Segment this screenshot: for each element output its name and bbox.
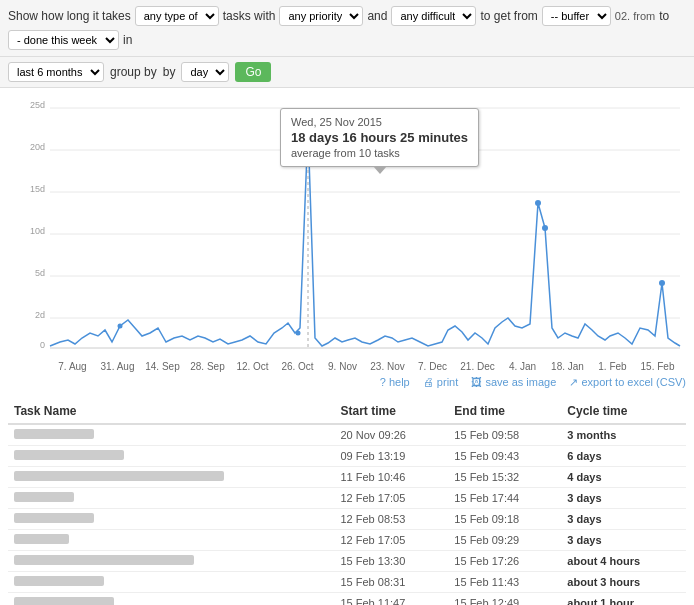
x-label-2: 14. Sep (140, 361, 185, 372)
chart-tooltip: Wed, 25 Nov 2015 18 days 16 hours 25 min… (280, 108, 479, 167)
end-time-cell: 15 Feb 17:44 (448, 488, 561, 509)
end-time-cell: 15 Feb 17:26 (448, 551, 561, 572)
x-label-9: 21. Dec (455, 361, 500, 372)
task-name-cell (8, 593, 334, 606)
cycle-time-cell: 4 days (561, 467, 686, 488)
start-time-cell: 12 Feb 17:05 (334, 530, 448, 551)
group-label: group by (110, 65, 157, 79)
cycle-time-cell: about 3 hours (561, 572, 686, 593)
end-time-cell: 15 Feb 09:18 (448, 509, 561, 530)
svg-point-15 (535, 200, 541, 206)
svg-text:10d: 10d (30, 226, 45, 236)
task-name-cell (8, 530, 334, 551)
start-time-cell: 15 Feb 08:31 (334, 572, 448, 593)
chart-area: Wed, 25 Nov 2015 18 days 16 hours 25 min… (0, 88, 694, 372)
table-row: 12 Feb 17:05 15 Feb 09:29 3 days (8, 530, 686, 551)
label-in: in (123, 33, 132, 47)
x-label-1: 31. Aug (95, 361, 140, 372)
x-label-8: 7. Dec (410, 361, 455, 372)
table-row: 12 Feb 08:53 15 Feb 09:18 3 days (8, 509, 686, 530)
table-header-row: Task Name Start time End time Cycle time (8, 399, 686, 424)
svg-point-16 (542, 225, 548, 231)
start-time-cell: 15 Feb 11:47 (334, 593, 448, 606)
col-header-cycle: Cycle time (561, 399, 686, 424)
task-name-cell (8, 551, 334, 572)
help-link[interactable]: ? help (380, 376, 410, 388)
chart-links: ? help 🖨 print 🖼 save as image ↗ export … (0, 372, 694, 393)
table-row: 11 Feb 10:46 15 Feb 15:32 4 days (8, 467, 686, 488)
start-time-cell: 15 Feb 13:30 (334, 551, 448, 572)
start-time-cell: 20 Nov 09:26 (334, 424, 448, 446)
label-to-get-from: to get from (480, 9, 537, 23)
svg-point-17 (659, 280, 665, 286)
chart-container: Wed, 25 Nov 2015 18 days 16 hours 25 min… (50, 98, 680, 358)
x-label-0: 7. Aug (50, 361, 95, 372)
tooltip-avg: average from 10 tasks (291, 147, 468, 159)
end-time-cell: 15 Feb 09:58 (448, 424, 561, 446)
table-row: 15 Feb 13:30 15 Feb 17:26 about 4 hours (8, 551, 686, 572)
end-time-cell: 15 Feb 09:43 (448, 446, 561, 467)
table-row: 12 Feb 17:05 15 Feb 17:44 3 days (8, 488, 686, 509)
second-controls: last 6 months group by by day Go (0, 57, 694, 88)
x-label-5: 26. Oct (275, 361, 320, 372)
cycle-time-cell: 6 days (561, 446, 686, 467)
svg-text:0: 0 (40, 340, 45, 350)
save-image-link[interactable]: 🖼 save as image (471, 376, 556, 388)
svg-text:2d: 2d (35, 310, 45, 320)
group-label-by: by (163, 65, 176, 79)
table-row: 15 Feb 08:31 15 Feb 11:43 about 3 hours (8, 572, 686, 593)
type-select[interactable]: any type of (135, 6, 219, 26)
start-time-cell: 12 Feb 08:53 (334, 509, 448, 530)
table-row: 20 Nov 09:26 15 Feb 09:58 3 months (8, 424, 686, 446)
end-time-cell: 15 Feb 09:29 (448, 530, 561, 551)
label-tasks: tasks with (223, 9, 276, 23)
go-button[interactable]: Go (235, 62, 271, 82)
x-label-10: 4. Jan (500, 361, 545, 372)
svg-text:5d: 5d (35, 268, 45, 278)
task-name-cell (8, 488, 334, 509)
cycle-time-cell: 3 days (561, 488, 686, 509)
tooltip-value: 18 days 16 hours 25 minutes (291, 130, 468, 145)
print-link[interactable]: 🖨 print (423, 376, 458, 388)
col-header-end: End time (448, 399, 561, 424)
x-label-7: 23. Nov (365, 361, 410, 372)
task-name-cell (8, 424, 334, 446)
svg-text:25d: 25d (30, 100, 45, 110)
task-name-cell (8, 572, 334, 593)
to-select[interactable]: - done this week (8, 30, 119, 50)
cycle-time-cell: 3 days (561, 509, 686, 530)
table-row: 09 Feb 13:19 15 Feb 09:43 6 days (8, 446, 686, 467)
x-label-6: 9. Nov (320, 361, 365, 372)
start-time-cell: 11 Feb 10:46 (334, 467, 448, 488)
task-name-cell (8, 509, 334, 530)
svg-point-19 (296, 331, 301, 336)
cycle-time-cell: 3 months (561, 424, 686, 446)
end-time-cell: 15 Feb 15:32 (448, 467, 561, 488)
x-axis: 7. Aug 31. Aug 14. Sep 28. Sep 12. Oct 2… (50, 358, 680, 372)
from-select[interactable]: -- buffer (542, 6, 611, 26)
task-name-cell (8, 467, 334, 488)
task-table: Task Name Start time End time Cycle time… (8, 399, 686, 605)
x-label-12: 1. Feb (590, 361, 635, 372)
cycle-time-cell: 3 days (561, 530, 686, 551)
label-show: Show how long it takes (8, 9, 131, 23)
task-name-cell (8, 446, 334, 467)
top-controls: Show how long it takes any type of tasks… (0, 0, 694, 57)
x-label-11: 18. Jan (545, 361, 590, 372)
col-header-task: Task Name (8, 399, 334, 424)
label-and: and (367, 9, 387, 23)
period-select[interactable]: last 6 months (8, 62, 104, 82)
x-label-3: 28. Sep (185, 361, 230, 372)
priority-select[interactable]: any priority (279, 6, 363, 26)
cycle-time-cell: about 4 hours (561, 551, 686, 572)
col-header-start: Start time (334, 399, 448, 424)
tooltip-arrow (373, 166, 387, 174)
from-label: 02. from (615, 10, 655, 22)
end-time-cell: 15 Feb 12:49 (448, 593, 561, 606)
export-csv-link[interactable]: ↗ export to excel (CSV) (569, 376, 686, 388)
group-select[interactable]: day (181, 62, 229, 82)
difficulty-select[interactable]: any difficult (391, 6, 476, 26)
end-time-cell: 15 Feb 11:43 (448, 572, 561, 593)
label-to: to (659, 9, 669, 23)
tooltip-arrow-inner (374, 174, 386, 181)
